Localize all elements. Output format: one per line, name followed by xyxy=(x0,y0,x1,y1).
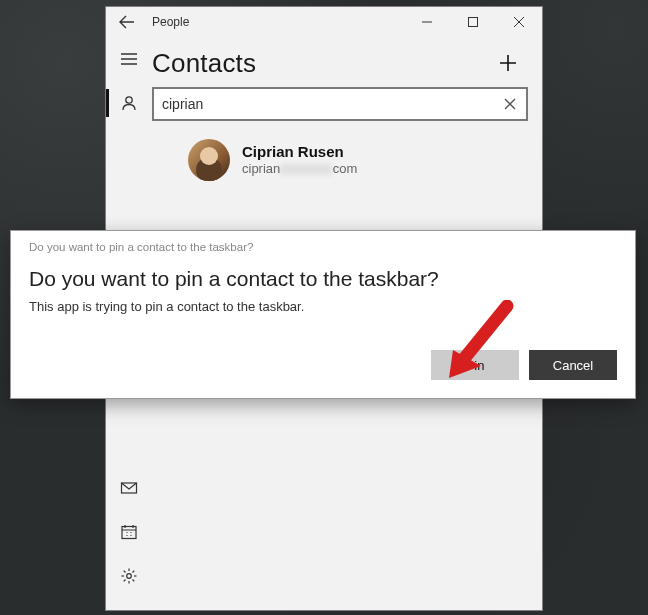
gear-icon xyxy=(120,567,138,585)
titlebar: People xyxy=(106,7,542,37)
calendar-nav[interactable] xyxy=(106,510,152,554)
plus-icon xyxy=(498,53,518,73)
person-icon xyxy=(120,94,138,112)
minimize-icon xyxy=(422,17,432,27)
hamburger-button[interactable] xyxy=(106,37,152,81)
pin-button[interactable]: Pin xyxy=(431,350,519,380)
dialog-body: This app is trying to pin a contact to t… xyxy=(29,299,617,314)
search-box[interactable] xyxy=(152,87,528,121)
svg-rect-3 xyxy=(122,527,136,539)
page-title: Contacts xyxy=(152,48,488,79)
x-icon xyxy=(504,98,516,110)
desktop-background: People xyxy=(0,0,648,615)
maximize-button[interactable] xyxy=(450,7,496,37)
back-button[interactable] xyxy=(106,7,148,37)
svg-point-1 xyxy=(126,97,132,103)
settings-nav[interactable] xyxy=(106,554,152,598)
hamburger-icon xyxy=(120,50,138,68)
svg-rect-0 xyxy=(469,18,478,27)
contacts-nav[interactable] xyxy=(106,81,152,125)
search-input[interactable] xyxy=(154,89,494,119)
mail-icon xyxy=(120,479,138,497)
maximize-icon xyxy=(468,17,478,27)
result-name: Ciprian Rusen xyxy=(242,143,357,161)
calendar-icon xyxy=(120,523,138,541)
pin-confirmation-dialog: Do you want to pin a contact to the task… xyxy=(10,230,636,399)
dialog-title: Do you want to pin a contact to the task… xyxy=(29,267,617,291)
search-result-row[interactable]: Ciprian Rusen ciprianxxxxxxxcom xyxy=(152,131,528,189)
svg-point-4 xyxy=(127,574,132,579)
add-contact-button[interactable] xyxy=(488,43,528,83)
back-arrow-icon xyxy=(119,14,135,30)
avatar xyxy=(188,139,230,181)
close-icon xyxy=(514,17,524,27)
cancel-button[interactable]: Cancel xyxy=(529,350,617,380)
window-title: People xyxy=(148,15,189,29)
clear-search-button[interactable] xyxy=(494,89,526,119)
close-button[interactable] xyxy=(496,7,542,37)
result-email: ciprianxxxxxxxcom xyxy=(242,161,357,177)
minimize-button[interactable] xyxy=(404,7,450,37)
dialog-caption: Do you want to pin a contact to the task… xyxy=(29,241,617,253)
mail-nav[interactable] xyxy=(106,466,152,510)
